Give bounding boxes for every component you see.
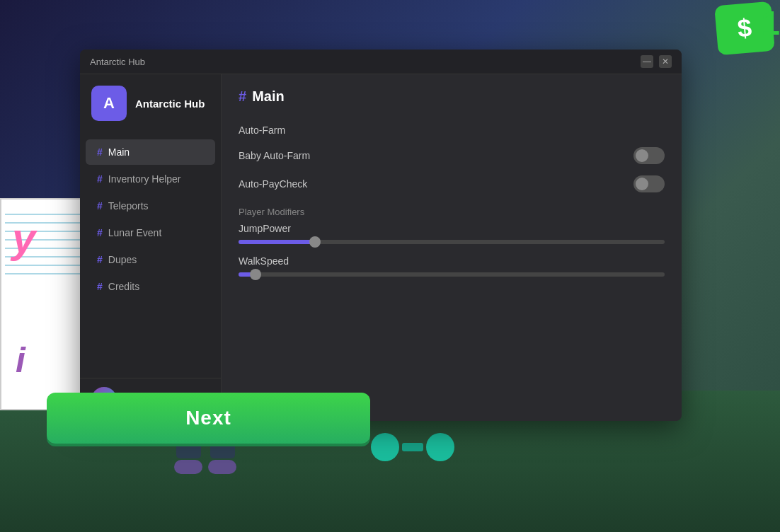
dumbbell — [371, 433, 454, 461]
app-window: Antarctic Hub — ✕ A Antarctic Hub # Main — [80, 50, 682, 421]
sidebar-item-dupes[interactable]: # Dupes — [86, 247, 215, 272]
walk-speed-label: WalkSpeed — [239, 255, 665, 267]
app-name: Antarctic Hub — [135, 98, 205, 110]
auto-paycheck-label: Auto-PayCheck — [239, 178, 307, 190]
content-title-hash: # — [239, 88, 246, 105]
number-badge: 1 — [761, 4, 780, 42]
jump-power-track[interactable] — [239, 240, 665, 244]
sidebar-item-label-teleports: Teleports — [108, 200, 149, 212]
auto-paycheck-toggle[interactable] — [633, 175, 665, 192]
sidebar-item-lunar-event[interactable]: # Lunar Event — [86, 220, 215, 245]
hash-icon-main: # — [97, 146, 103, 158]
hash-icon-lunar: # — [97, 227, 103, 238]
player-modifiers-section: Player Modifiers — [239, 198, 665, 220]
sidebar-item-inventory-helper[interactable]: # Inventory Helper — [86, 166, 215, 192]
title-bar-left: Antarctic Hub — [90, 57, 145, 67]
auto-paycheck-row: Auto-PayCheck — [239, 170, 665, 198]
walk-speed-container: WalkSpeed — [239, 253, 665, 285]
dumbbell-ball-right — [426, 433, 454, 461]
dumbbell-bar — [402, 443, 423, 451]
baby-auto-farm-label: Baby Auto-Farm — [239, 150, 310, 161]
hash-icon-teleports: # — [97, 200, 103, 212]
sidebar-item-label-dupes: Dupes — [108, 254, 137, 265]
hash-icon-credits: # — [97, 281, 103, 292]
baby-auto-farm-knob — [636, 149, 648, 162]
sidebar-item-teleports[interactable]: # Teleports — [86, 193, 215, 219]
dollar-symbol: $ — [736, 13, 753, 44]
notebook-text-i: i — [16, 340, 25, 381]
hash-icon-dupes: # — [97, 254, 103, 265]
baby-auto-farm-row: Baby Auto-Farm — [239, 141, 665, 170]
dumbbell-shape — [371, 433, 454, 461]
notebook-line — [5, 273, 80, 274]
title-bar-controls: — ✕ — [641, 55, 672, 68]
notebook-text-y: y — [12, 214, 35, 262]
sidebar-item-label-credits: Credits — [108, 281, 139, 292]
walk-speed-thumb[interactable] — [250, 269, 261, 280]
auto-paycheck-knob — [636, 178, 648, 190]
content-title-text: Main — [252, 88, 285, 105]
nav-list: # Main # Inventory Helper # Teleports # … — [80, 132, 221, 378]
sidebar-item-label-main: Main — [108, 146, 130, 158]
sidebar: A Antarctic Hub # Main # Inventory Helpe… — [80, 74, 222, 421]
auto-farm-label: Auto-Farm — [239, 125, 285, 136]
main-content: # Main Auto-Farm Baby Auto-Farm Auto-Pay… — [222, 74, 682, 421]
close-button[interactable]: ✕ — [659, 55, 672, 68]
notebook: y i — [0, 198, 85, 410]
sidebar-item-label-inventory: Inventory Helper — [108, 173, 181, 185]
app-avatar: A — [91, 86, 127, 121]
hash-icon-inventory: # — [97, 173, 103, 185]
sidebar-item-main[interactable]: # Main — [86, 139, 215, 165]
next-button-container: Next — [47, 393, 370, 444]
notebook-line — [5, 265, 80, 266]
jump-power-thumb[interactable] — [309, 236, 321, 248]
window-body: A Antarctic Hub # Main # Inventory Helpe… — [80, 74, 682, 421]
shoe-left — [174, 460, 202, 474]
minimize-button[interactable]: — — [641, 55, 653, 68]
sidebar-item-label-lunar: Lunar Event — [108, 227, 162, 238]
content-title: # Main — [239, 88, 665, 105]
jump-power-label: JumpPower — [239, 223, 665, 234]
jump-power-container: JumpPower — [239, 220, 665, 253]
sidebar-item-credits[interactable]: # Credits — [86, 274, 215, 299]
dumbbell-ball-left — [371, 433, 399, 461]
next-button[interactable]: Next — [47, 393, 370, 444]
avatar-section: A Antarctic Hub — [80, 74, 221, 132]
walk-speed-track[interactable] — [239, 272, 665, 277]
auto-farm-row: Auto-Farm — [239, 119, 665, 141]
baby-auto-farm-toggle[interactable] — [633, 147, 665, 164]
shoe-right — [208, 460, 236, 474]
jump-power-fill — [239, 240, 315, 244]
title-bar: Antarctic Hub — ✕ — [80, 50, 682, 74]
window-title: Antarctic Hub — [90, 57, 145, 67]
